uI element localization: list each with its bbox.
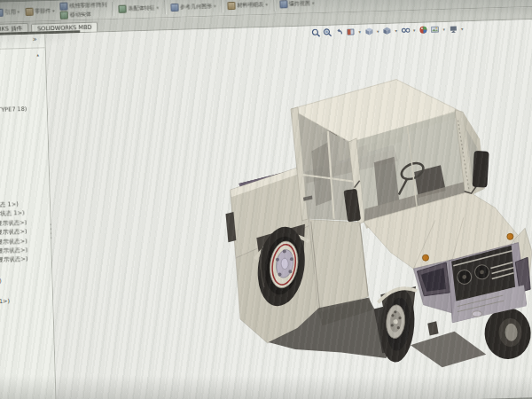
model-canvas[interactable] (0, 0, 532, 399)
screen-photo: 引用 ▾ 零部件 ▾ 线性零部件阵列 移动实体 (0, 0, 532, 399)
solidworks-window: 引用 ▾ 零部件 ▾ 线性零部件阵列 移动实体 (0, 0, 532, 399)
front-right-wheel[interactable] (484, 307, 532, 360)
